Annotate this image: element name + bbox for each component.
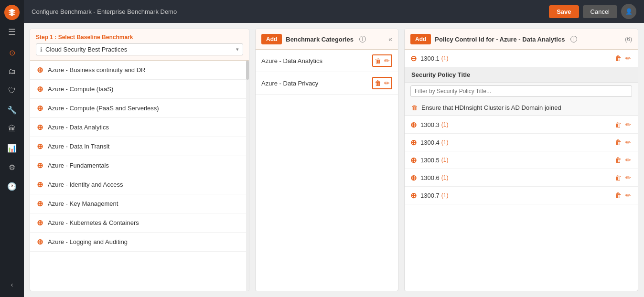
item-label: Azure - Data Analytics (48, 124, 239, 131)
policy-actions: 🗑 ✏ (614, 155, 632, 165)
plus-icon: ⊕ (37, 237, 43, 246)
item-label: Azure - Logging and Auditing (48, 238, 239, 245)
topbar: Configure Benchmark - Enterprise Benchma… (24, 0, 644, 23)
policy-sub-item[interactable]: 🗑 Ensure that HDInsight Cluster is AD Do… (405, 100, 638, 116)
step2-header: Add Benchmark Categories i « (256, 29, 398, 50)
step1-label: Step 1 : Select Baseline Benchmark (36, 34, 243, 41)
cancel-button[interactable]: Cancel (583, 5, 617, 18)
delete-policy-button[interactable]: 🗑 (614, 191, 623, 200)
policy-item[interactable]: ⊕ 1300.7 (1) 🗑 ✏ (405, 187, 638, 204)
plus-icon: ⊕ (37, 199, 43, 208)
sidebar-item-chart[interactable]: 📊 (3, 139, 21, 157)
list-item[interactable]: ⊕ Azure - Key Management (30, 194, 246, 213)
page-title: Configure Benchmark - Enterprise Benchma… (32, 8, 177, 15)
policy-id: 1300.6 (420, 174, 440, 181)
step3-title-row: Add Policy Control Id for - Azure - Data… (410, 34, 577, 44)
list-item[interactable]: ⊕ Azure - Fundamentals (30, 156, 246, 175)
menu-button[interactable]: ☰ (8, 28, 16, 36)
plus-icon: ⊕ (37, 85, 43, 94)
edit-policy-button[interactable]: ✏ (624, 173, 632, 182)
delete-policy-button[interactable]: 🗑 (614, 53, 623, 63)
plus-icon: ⊕ (410, 173, 417, 182)
step3-count: (6) (625, 36, 632, 42)
step1-header: Step 1 : Select Baseline Benchmark ℹ Clo… (30, 29, 249, 61)
add-policy-button[interactable]: Add (410, 34, 431, 44)
category-actions: 🗑 ✏ (372, 54, 392, 67)
filter-row (405, 83, 638, 100)
sidebar-item-settings[interactable]: ⚙ (3, 159, 21, 176)
edit-category-button[interactable]: ✏ (383, 56, 391, 65)
policy-number: ⊕ 1300.5 (1) (410, 156, 614, 165)
sidebar-item-briefcase[interactable]: 🗂 (3, 63, 21, 80)
plus-icon: ⊕ (37, 180, 43, 189)
delete-policy-button[interactable]: 🗑 (614, 120, 623, 129)
filter-input[interactable] (410, 85, 632, 97)
policy-id: 1300.5 (420, 157, 440, 164)
edit-policy-button[interactable]: ✏ (624, 138, 632, 147)
category-name: Azure - Data Privacy (261, 80, 372, 87)
list-item[interactable]: ⊕ Azure - Identity and Access (30, 175, 246, 194)
step3-info-icon[interactable]: i (570, 36, 577, 42)
sidebar-item-bank[interactable]: 🏛 (3, 120, 21, 138)
list-item[interactable]: ⊕ Azure - Data in Transit (30, 137, 246, 156)
sidebar-item-dashboard[interactable]: ⊙ (3, 44, 21, 61)
category-item[interactable]: Azure - Data Analytics 🗑 ✏ (256, 50, 398, 72)
policy-id: 1300.1 (420, 55, 440, 62)
edit-policy-button[interactable]: ✏ (624, 53, 632, 63)
add-category-button[interactable]: Add (261, 34, 282, 44)
policy-actions: 🗑 ✏ (614, 120, 632, 129)
step2-info-icon[interactable]: i (359, 36, 366, 42)
edit-policy-button[interactable]: ✏ (624, 191, 632, 200)
step3-header: Add Policy Control Id for - Azure - Data… (405, 29, 638, 50)
benchmark-dropdown[interactable]: ℹ Cloud Security Best Practices ▾ (36, 43, 243, 55)
sidebar-item-history[interactable]: 🕐 (3, 178, 21, 195)
policy-count: (1) (441, 139, 449, 146)
policy-item[interactable]: ⊕ 1300.5 (1) 🗑 ✏ (405, 151, 638, 169)
step1-number: Step 1 (36, 34, 53, 41)
sidebar-item-shield[interactable]: 🛡 (3, 82, 21, 99)
delete-category-button[interactable]: 🗑 (374, 78, 382, 88)
delete-policy-button[interactable]: 🗑 (614, 173, 623, 182)
plus-icon: ⊕ (37, 218, 43, 227)
scrollbar-track[interactable] (246, 61, 249, 291)
app-logo[interactable] (4, 5, 20, 20)
scrollbar-thumb[interactable] (246, 61, 249, 80)
item-label: Azure - Compute (PaaS and Serverless) (48, 105, 239, 112)
policy-number: ⊕ 1300.4 (1) (410, 138, 614, 147)
sidebar-collapse-button[interactable]: ‹ (11, 277, 13, 292)
item-label: Azure - Data in Transit (48, 143, 239, 150)
avatar[interactable]: 👤 (621, 4, 636, 19)
policy-item[interactable]: ⊕ 1300.4 (1) 🗑 ✏ (405, 134, 638, 151)
list-item[interactable]: ⊕ Azure - Data Analytics (30, 118, 246, 137)
plus-icon: ⊕ (37, 123, 43, 132)
delete-category-button[interactable]: 🗑 (374, 56, 382, 65)
category-actions: 🗑 ✏ (372, 77, 392, 89)
panels-container: Step 1 : Select Baseline Benchmark ℹ Clo… (24, 23, 644, 297)
trash-icon[interactable]: 🗑 (411, 104, 418, 111)
policy-item[interactable]: ⊕ 1300.3 (1) 🗑 ✏ (405, 116, 638, 134)
item-label: Azure - Compute (IaaS) (48, 85, 239, 93)
list-item[interactable]: ⊕ Azure - Kubernetes & Containers (30, 213, 246, 233)
policy-id: 1300.4 (420, 139, 440, 146)
list-item[interactable]: ⊕ Azure - Logging and Auditing (30, 233, 246, 252)
list-item[interactable]: ⊕ Azure - Compute (PaaS and Serverless) (30, 99, 246, 118)
policy-item-expanded[interactable]: ⊖ 1300.1 (1) 🗑 ✏ (405, 50, 638, 67)
policy-count: (1) (441, 55, 449, 62)
save-button[interactable]: Save (549, 5, 579, 18)
topbar-actions: Save Cancel 👤 (549, 4, 636, 19)
sub-item-text: Ensure that HDInsight Cluster is AD Doma… (421, 104, 561, 111)
step3-title: Policy Control Id for - Azure - Data Ana… (435, 36, 565, 43)
collapse-icon[interactable]: « (388, 35, 392, 43)
delete-policy-button[interactable]: 🗑 (614, 155, 623, 165)
delete-policy-button[interactable]: 🗑 (614, 138, 623, 147)
sidebar-item-tools[interactable]: 🔧 (3, 101, 21, 118)
edit-policy-button[interactable]: ✏ (624, 120, 632, 129)
edit-category-button[interactable]: ✏ (383, 78, 391, 88)
plus-icon: ⊕ (37, 65, 43, 74)
list-item[interactable]: ⊕ Azure - Compute (IaaS) (30, 80, 246, 99)
edit-policy-button[interactable]: ✏ (624, 155, 632, 165)
step2-panel: Add Benchmark Categories i « Azure - Dat… (255, 29, 398, 291)
list-item[interactable]: ⊕ Azure - Business continuity and DR (30, 61, 246, 80)
category-item[interactable]: Azure - Data Privacy 🗑 ✏ (256, 72, 398, 95)
policy-item[interactable]: ⊕ 1300.6 (1) 🗑 ✏ (405, 169, 638, 187)
